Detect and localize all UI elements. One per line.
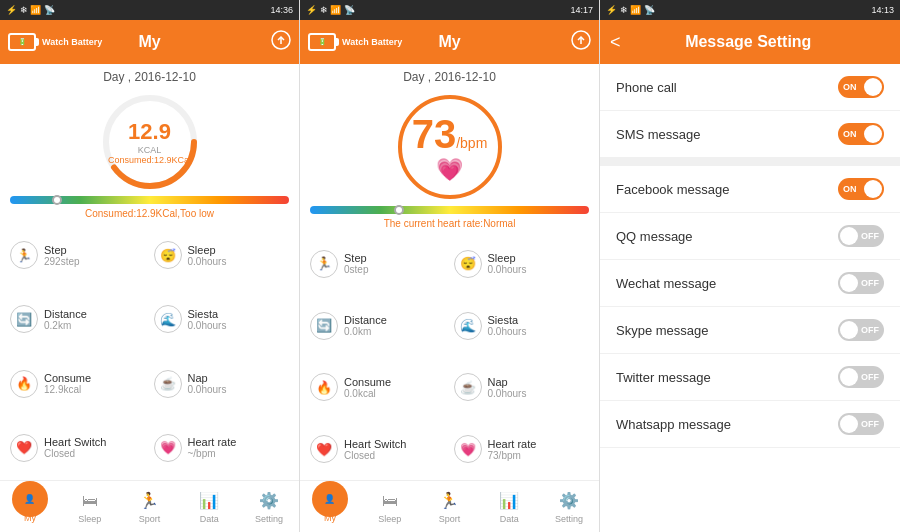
nav-my-1[interactable]: 👤 My [0,481,60,532]
toggle-knob-wa [840,415,858,433]
heart-rate-icon-2: 💗 [454,435,482,463]
wechat-label: Wechat message [616,276,716,291]
nav-data-label-2: Data [500,514,519,524]
bar-indicator-1 [52,195,62,205]
heart-switch-icon: ❤️ [10,434,38,462]
stat-nap: ☕ Nap 0.0hours [150,352,294,416]
nav-sport-2[interactable]: 🏃 Sport [420,481,480,532]
skype-toggle[interactable]: OFF [838,319,884,341]
panel-1: ⚡ ❄ 📶 📡 14:36 🔋 Watch Battery My Day , 2… [0,0,300,532]
nav-my-label-2: My [324,513,336,523]
battery-icon-1: 🔋 [8,33,36,51]
calorie-text: 12.9 KCAL Consumed:12.9KCal [108,119,191,165]
toggle-knob-fb [864,180,882,198]
header-2: 🔋 Watch Battery My [300,20,599,64]
heart-emoji: 💗 [412,157,488,183]
msg-title: Message Setting [631,33,866,51]
wechat-toggle[interactable]: OFF [838,272,884,294]
bar-indicator-2 [394,205,404,215]
nav-sleep-label-2: Sleep [378,514,401,524]
bottom-nav-1: 👤 My 🛏 Sleep 🏃 Sport 📊 Data ⚙️ Setting [0,480,299,532]
nav-sleep-2[interactable]: 🛏 Sleep [360,481,420,532]
status-bar-2: ⚡ ❄ 📶 📡 14:17 [300,0,599,20]
sms-toggle[interactable]: ON [838,123,884,145]
nap-icon-2: ☕ [454,373,482,401]
siesta-icon-2: 🌊 [454,312,482,340]
stat-distance-2: 🔄 Distance 0.0km [306,295,450,357]
status-icons-left-2: ⚡ ❄ 📶 📡 [306,5,355,15]
toggle-knob-qq [840,227,858,245]
consume-value: 12.9kcal [44,384,91,395]
nav-data-1[interactable]: 📊 Data [179,481,239,532]
stats-grid-2: 🏃 Step 0step 😴 Sleep 0.0hours 🔄 Distance… [300,233,599,480]
sleep-icon: 😴 [154,241,182,269]
status-icons-left-3: ⚡ ❄ 📶 📡 [606,5,655,15]
msg-item-sms: SMS message ON [600,111,900,158]
date-1: Day , 2016-12-10 [0,64,299,88]
nav-sleep-label-1: Sleep [78,514,101,524]
nav-sleep-icon-2: 🛏 [379,490,401,512]
skype-label: Skype message [616,323,709,338]
stat-step-2: 🏃 Step 0step [306,233,450,295]
distance-icon: 🔄 [10,305,38,333]
facebook-label: Facebook message [616,182,729,197]
heart-switch-name: Heart Switch [44,436,106,448]
nav-sport-icon-2: 🏃 [438,490,460,512]
nav-setting-2[interactable]: ⚙️ Setting [539,481,599,532]
stat-heart-rate-2: 💗 Heart rate 73/bpm [450,418,594,480]
hr-value: 73 [412,112,457,157]
qq-toggle[interactable]: OFF [838,225,884,247]
distance-value: 0.2km [44,320,87,331]
stat-sleep-2: 😴 Sleep 0.0hours [450,233,594,295]
heart-rate-name: Heart rate [188,436,237,448]
stats-grid-1: 🏃 Step 292step 😴 Sleep 0.0hours 🔄 Distan… [0,223,299,480]
stat-distance: 🔄 Distance 0.2km [6,287,150,351]
twitter-toggle[interactable]: OFF [838,366,884,388]
whatsapp-label: Whatsapp message [616,417,731,432]
battery-icon-2: 🔋 [308,33,336,51]
nav-sport-label-1: Sport [139,514,161,524]
qq-label: QQ message [616,229,693,244]
stat-sleep: 😴 Sleep 0.0hours [150,223,294,287]
nav-data-icon-2: 📊 [498,490,520,512]
siesta-name: Siesta [188,308,227,320]
upload-icon-2[interactable] [571,30,591,54]
nav-my-2[interactable]: 👤 My [300,481,360,532]
activity-bar-2 [310,206,589,214]
msg-item-facebook: Facebook message ON [600,166,900,213]
nav-setting-1[interactable]: ⚙️ Setting [239,481,299,532]
stat-step: 🏃 Step 292step [6,223,150,287]
nav-setting-label-2: Setting [555,514,583,524]
phone-call-toggle[interactable]: ON [838,76,884,98]
nav-sport-1[interactable]: 🏃 Sport [120,481,180,532]
nav-sleep-1[interactable]: 🛏 Sleep [60,481,120,532]
nav-setting-label-1: Setting [255,514,283,524]
nav-data-label-1: Data [200,514,219,524]
siesta-icon: 🌊 [154,305,182,333]
panel-3: ⚡ ❄ 📶 📡 14:13 < Message Setting Phone ca… [600,0,900,532]
whatsapp-toggle[interactable]: OFF [838,413,884,435]
nav-data-2[interactable]: 📊 Data [479,481,539,532]
heart-switch-value: Closed [44,448,106,459]
nav-setting-icon-1: ⚙️ [258,490,280,512]
status-bar-1: ⚡ ❄ 📶 📡 14:36 [0,0,299,20]
main-content-2: Day , 2016-12-10 73 /bpm 💗 The current h… [300,64,599,480]
toggle-knob-tw [840,368,858,386]
twitter-label: Twitter message [616,370,711,385]
nap-value: 0.0hours [188,384,227,395]
sleep-name: Sleep [188,244,227,256]
msg-item-wechat: Wechat message OFF [600,260,900,307]
stat-heart-switch: ❤️ Heart Switch Closed [6,416,150,480]
step-icon: 🏃 [10,241,38,269]
nap-name: Nap [188,372,227,384]
upload-icon-1[interactable] [271,30,291,54]
heart-rate-icon: 💗 [154,434,182,462]
back-button[interactable]: < [610,32,621,53]
facebook-toggle[interactable]: ON [838,178,884,200]
main-content-1: Day , 2016-12-10 12.9 KCAL Consumed:12.9… [0,64,299,480]
step-name: Step [44,244,80,256]
heart-switch-icon-2: ❤️ [310,435,338,463]
stat-consume: 🔥 Consume 12.9kcal [6,352,150,416]
activity-bar-1 [10,196,289,204]
distance-icon-2: 🔄 [310,312,338,340]
